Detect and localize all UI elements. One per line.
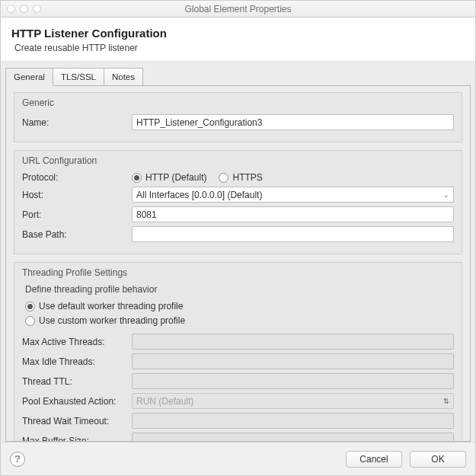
help-icon[interactable]: ?	[10, 452, 25, 467]
dialog-window: Global Element Properties HTTP Listener …	[0, 0, 476, 476]
thread-ttl-input	[132, 373, 454, 389]
max-active-input	[132, 334, 454, 350]
tab-tls-ssl[interactable]: TLS/SSL	[53, 68, 104, 86]
pool-exhausted-select: RUN (Default)	[132, 393, 454, 409]
threading-custom-radio[interactable]: Use custom worker threading profile	[25, 315, 185, 326]
titlebar: Global Element Properties	[1, 1, 475, 18]
name-input[interactable]	[132, 114, 454, 130]
thread-wait-input	[132, 413, 454, 429]
radio-icon	[25, 302, 35, 311]
group-generic: Generic Name:	[14, 92, 462, 142]
thread-ttl-label: Thread TTL:	[22, 376, 127, 387]
tab-notes[interactable]: Notes	[104, 68, 143, 86]
threading-default-radio-label: Use default worker threading profile	[39, 301, 183, 311]
name-label: Name:	[22, 117, 127, 128]
protocol-http-radio[interactable]: HTTP (Default)	[132, 172, 206, 183]
page-subtitle: Create reusable HTTP listener	[14, 43, 465, 53]
group-url-legend: URL Configuration	[22, 155, 454, 166]
group-generic-legend: Generic	[22, 97, 454, 108]
threading-default-radio[interactable]: Use default worker threading profile	[25, 301, 183, 311]
threading-custom-radio-label: Use custom worker threading profile	[39, 315, 185, 326]
page-title: HTTP Listener Configuration	[11, 27, 465, 40]
host-select[interactable]: All Interfaces [0.0.0.0] (Default)	[132, 187, 454, 203]
dialog-footer: ? Cancel OK	[1, 442, 475, 475]
threading-subhead: Define threading profile behavior	[25, 284, 454, 295]
tabpanel-general: Generic Name: URL Configuration Protocol…	[5, 85, 471, 442]
protocol-https-radio[interactable]: HTTPS	[219, 172, 262, 183]
tab-strip: General TLS/SSL Notes	[5, 68, 471, 86]
content-area: General TLS/SSL Notes Generic Name: URL …	[1, 62, 475, 442]
protocol-label: Protocol:	[22, 172, 127, 183]
port-input[interactable]	[132, 206, 454, 222]
dialog-header: HTTP Listener Configuration Create reusa…	[1, 18, 475, 62]
protocol-radio-group: HTTP (Default) HTTPS	[132, 172, 263, 183]
group-url: URL Configuration Protocol: HTTP (Defaul…	[14, 150, 462, 254]
max-active-label: Max Active Threads:	[22, 337, 127, 347]
basepath-label: Base Path:	[22, 229, 127, 240]
max-buffer-input	[132, 433, 454, 442]
max-buffer-label: Max Buffer Size:	[22, 436, 127, 442]
max-idle-label: Max Idle Threads:	[22, 356, 127, 367]
radio-icon	[132, 173, 142, 183]
radio-icon	[219, 173, 228, 183]
cancel-button[interactable]: Cancel	[346, 451, 402, 468]
max-idle-input	[132, 353, 454, 369]
tab-general[interactable]: General	[5, 68, 53, 86]
host-label: Host:	[22, 190, 127, 200]
ok-button[interactable]: OK	[410, 451, 466, 468]
group-threading-legend: Threading Profile Settings	[22, 267, 454, 278]
protocol-https-radio-label: HTTPS	[232, 172, 262, 183]
basepath-input[interactable]	[132, 226, 454, 242]
pool-exhausted-label: Pool Exhausted Action:	[22, 396, 127, 407]
dialog-body: General TLS/SSL Notes Generic Name: URL …	[1, 62, 475, 442]
port-label: Port:	[22, 209, 127, 220]
protocol-http-radio-label: HTTP (Default)	[145, 172, 206, 183]
radio-icon	[25, 316, 35, 326]
thread-wait-label: Thread Wait Timeout:	[22, 416, 127, 426]
window-title: Global Element Properties	[1, 4, 475, 14]
group-threading: Threading Profile Settings Define thread…	[14, 262, 462, 442]
